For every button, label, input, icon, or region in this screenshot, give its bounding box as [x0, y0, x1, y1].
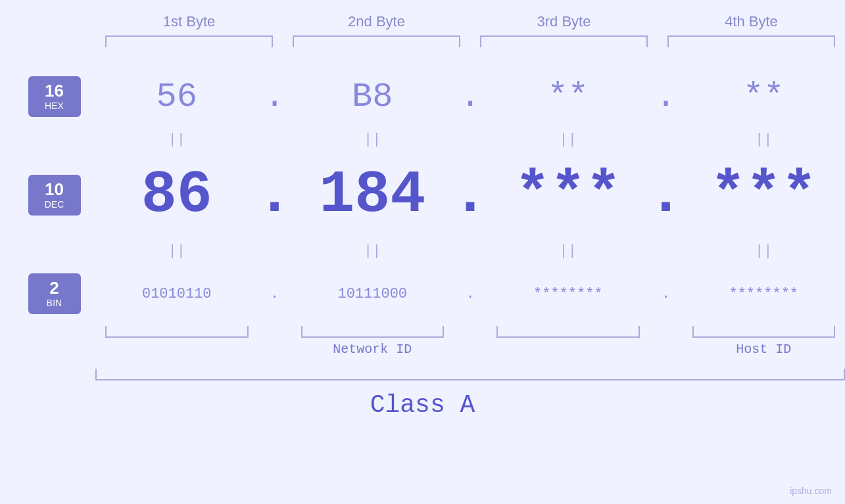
- bin-row: 01010110 . 10111000 . ******** .: [95, 264, 845, 323]
- byte3-header: 3rd Byte: [470, 13, 658, 35]
- label-column: 16 HEX 10 DEC 2 BIN: [13, 67, 95, 357]
- bracket-b2: [293, 35, 460, 47]
- sub-brackets-row: [95, 326, 845, 338]
- host-id-bracket-b3: [496, 326, 640, 338]
- byte1-header: 1st Byte: [95, 13, 283, 35]
- header-row: 1st Byte 2nd Byte 3rd Byte 4th Byte: [0, 13, 845, 35]
- host-id-bracket-b4: [692, 326, 836, 338]
- eq1-b4: ||: [683, 131, 846, 148]
- bin-badge: 2 BIN: [28, 273, 81, 313]
- network-id-bracket-b2: [301, 326, 445, 338]
- bin-sep3: .: [650, 286, 683, 302]
- hex-b2: B8: [291, 78, 454, 116]
- bin-b4: ********: [683, 286, 846, 302]
- hex-row: 56 . B8 . ** . **: [95, 67, 845, 126]
- dec-sep3: .: [650, 166, 683, 225]
- dec-badge-num: 10: [32, 180, 77, 199]
- network-id-label: Network ID: [333, 342, 412, 357]
- hex-sep3: .: [650, 78, 683, 116]
- bin-sep1: .: [258, 286, 291, 302]
- hex-sep1: .: [258, 78, 291, 116]
- equals-row-2: || || || ||: [95, 238, 845, 264]
- hex-badge: 16 HEX: [28, 76, 81, 116]
- eq1-b2: ||: [291, 131, 454, 148]
- id-labels-row: Network ID Host ID: [95, 342, 845, 357]
- eq1-b3: ||: [487, 131, 650, 148]
- bin-badge-label: BIN: [32, 298, 77, 309]
- values-grid: 56 . B8 . ** . **: [95, 67, 845, 357]
- host-id-label: Host ID: [736, 342, 791, 357]
- eq2-b4: ||: [683, 243, 846, 260]
- hex-sep2: .: [454, 78, 487, 116]
- eq2-b1: ||: [95, 243, 258, 260]
- bracket-b1: [105, 35, 273, 47]
- bin-badge-num: 2: [32, 279, 77, 298]
- hex-b3: **: [487, 78, 650, 116]
- byte2-header: 2nd Byte: [283, 13, 470, 35]
- byte4-header: 4th Byte: [658, 13, 845, 35]
- dec-badge: 10 DEC: [28, 175, 81, 215]
- hex-badge-num: 16: [32, 81, 77, 101]
- dec-b1: 86: [95, 166, 258, 225]
- eq2-b3: ||: [487, 243, 650, 260]
- hex-badge-label: HEX: [32, 101, 77, 112]
- bin-sep2: .: [454, 286, 487, 302]
- host-id-spacer: [487, 342, 650, 357]
- network-id-spacer: [95, 342, 258, 357]
- watermark: ipshu.com: [790, 486, 832, 496]
- dec-badge-label: DEC: [32, 199, 77, 210]
- dec-b4: ***: [683, 166, 846, 225]
- bin-b1: 01010110: [95, 286, 258, 302]
- network-id-label-container: Network ID: [291, 342, 454, 357]
- dec-sep2: .: [454, 166, 487, 225]
- class-label: Class A: [0, 391, 845, 419]
- bin-b3: ********: [487, 286, 650, 302]
- full-bottom-bracket: [95, 369, 845, 380]
- host-id-label-container: Host ID: [683, 342, 846, 357]
- bracket-b3: [480, 35, 648, 47]
- eq2-b2: ||: [291, 243, 454, 260]
- hex-b1: 56: [95, 78, 258, 116]
- main-container: 1st Byte 2nd Byte 3rd Byte 4th Byte 16 H…: [0, 0, 845, 504]
- eq1-b1: ||: [95, 131, 258, 148]
- dec-row: 86 . 184 . *** . ***: [95, 152, 845, 238]
- network-id-bracket-b1: [105, 326, 249, 338]
- hex-b4: **: [683, 78, 846, 116]
- main-content: 16 HEX 10 DEC 2 BIN: [0, 67, 845, 357]
- dec-b3: ***: [487, 166, 650, 225]
- dec-sep1: .: [258, 166, 291, 225]
- dec-b2: 184: [291, 166, 454, 225]
- bracket-b4: [667, 35, 835, 47]
- bin-b2: 10111000: [291, 286, 454, 302]
- equals-row-1: || || || ||: [95, 126, 845, 152]
- top-brackets: [0, 35, 845, 47]
